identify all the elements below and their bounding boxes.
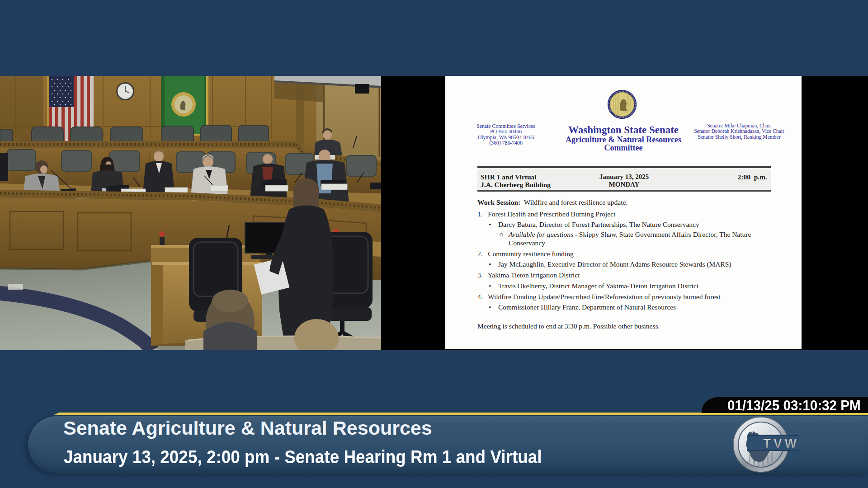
- svg-text:TVW: TVW: [763, 436, 799, 450]
